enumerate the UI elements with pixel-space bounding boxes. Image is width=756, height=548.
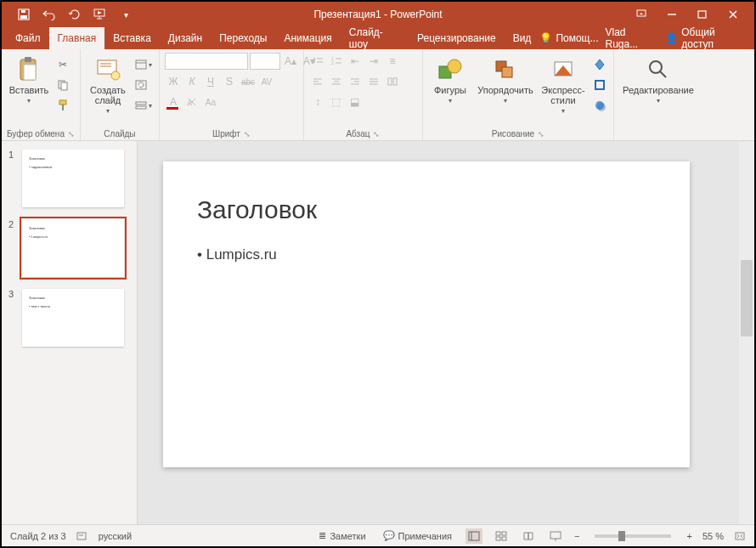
- reset-button[interactable]: [133, 76, 154, 93]
- svg-rect-51: [502, 67, 512, 77]
- align-text-icon[interactable]: ⬚: [328, 93, 345, 110]
- zoom-handle[interactable]: [618, 531, 625, 541]
- slide-thumbnail-selected[interactable]: Заголовок • Lumpics.ru: [22, 219, 124, 277]
- char-spacing-button[interactable]: AV: [258, 73, 275, 90]
- dialog-launcher-icon[interactable]: ⤡: [68, 130, 75, 138]
- thumb-number: 2: [8, 219, 17, 229]
- language-label[interactable]: русский: [99, 531, 132, 541]
- section-button[interactable]: ▾: [133, 97, 154, 114]
- slideshow-view-icon[interactable]: [547, 528, 564, 544]
- italic-button[interactable]: К: [183, 73, 200, 90]
- slide-canvas-area[interactable]: Заголовок Lumpics.ru: [138, 141, 754, 524]
- sorter-view-icon[interactable]: [493, 528, 510, 544]
- dialog-launcher-icon[interactable]: ⤡: [244, 130, 251, 138]
- tab-animations[interactable]: Анимация: [275, 27, 340, 49]
- format-painter-button[interactable]: [54, 97, 71, 114]
- tab-insert[interactable]: Вставка: [104, 27, 160, 49]
- layout-button[interactable]: ▾: [133, 56, 154, 73]
- undo-icon[interactable]: [42, 8, 56, 21]
- normal-view-icon[interactable]: [465, 528, 482, 544]
- slide-content-placeholder[interactable]: Lumpics.ru: [197, 246, 277, 263]
- thumb-title: Заголовок: [29, 296, 45, 300]
- slide-thumbnail[interactable]: Заголовок • текст текста: [22, 289, 124, 347]
- zoom-out-button[interactable]: −: [574, 531, 579, 541]
- fit-to-window-icon[interactable]: [734, 531, 746, 541]
- numbering-icon[interactable]: 12: [328, 53, 345, 70]
- align-left-icon[interactable]: [309, 73, 326, 90]
- maximize-icon[interactable]: [697, 8, 708, 20]
- slide-thumbnail[interactable]: Заголовок • подзаголовок: [22, 150, 124, 207]
- shape-outline-icon[interactable]: [591, 76, 608, 93]
- underline-button[interactable]: Ч: [202, 73, 219, 90]
- decrease-indent-icon[interactable]: ⇤: [347, 53, 364, 70]
- font-size-combo[interactable]: [250, 53, 280, 70]
- change-case-button[interactable]: Aa: [202, 93, 219, 110]
- tab-review[interactable]: Рецензирование: [409, 27, 505, 49]
- thumbnail-row[interactable]: 3 Заголовок • текст текста: [8, 289, 130, 347]
- ribbon-options-icon[interactable]: [635, 8, 647, 20]
- qat-customize-icon[interactable]: ▾: [119, 8, 133, 21]
- clear-format-icon[interactable]: A: [183, 93, 200, 110]
- slide-canvas[interactable]: Заголовок Lumpics.ru: [163, 161, 690, 467]
- comments-button[interactable]: 💬Примечания: [380, 530, 456, 541]
- copy-button[interactable]: [54, 76, 71, 93]
- increase-indent-icon[interactable]: ⇥: [365, 53, 382, 70]
- slide-counter[interactable]: Слайд 2 из 3: [10, 531, 66, 541]
- share-button[interactable]: 👤Общий доступ: [665, 26, 746, 50]
- bold-button[interactable]: Ж: [165, 73, 182, 90]
- increase-font-icon[interactable]: A▴: [282, 53, 299, 70]
- new-slide-button[interactable]: Создать слайд ▾: [86, 53, 130, 115]
- save-icon[interactable]: [17, 8, 31, 21]
- zoom-slider[interactable]: [595, 534, 671, 538]
- quick-styles-button[interactable]: Экспресс- стили ▾: [539, 53, 588, 115]
- strike-button[interactable]: abc: [240, 73, 257, 90]
- font-family-combo[interactable]: [165, 53, 248, 70]
- tab-view[interactable]: Вид: [505, 27, 540, 49]
- dialog-launcher-icon[interactable]: ⤡: [538, 130, 544, 138]
- arrange-button[interactable]: Упорядочить ▾: [476, 53, 535, 105]
- tab-transitions[interactable]: Переходы: [211, 27, 275, 49]
- tell-me[interactable]: 💡Помощ...: [539, 32, 598, 44]
- editing-button[interactable]: Редактирование ▾: [619, 53, 697, 105]
- tab-home[interactable]: Главная: [49, 27, 105, 49]
- minimize-icon[interactable]: [666, 8, 678, 20]
- notes-button[interactable]: ≣Заметки: [315, 530, 369, 541]
- tab-design[interactable]: Дизайн: [160, 27, 211, 49]
- paste-button[interactable]: Вставить ▾: [7, 53, 51, 105]
- align-center-icon[interactable]: [328, 73, 345, 90]
- smartart-icon[interactable]: ⬓: [347, 93, 364, 110]
- shape-fill-icon[interactable]: [591, 56, 608, 73]
- text-direction-icon[interactable]: ↕: [309, 93, 326, 110]
- dialog-launcher-icon[interactable]: ⤡: [373, 130, 380, 138]
- tab-file[interactable]: Файл: [7, 27, 49, 49]
- align-right-icon[interactable]: [347, 73, 364, 90]
- bullets-icon[interactable]: [309, 53, 326, 70]
- close-icon[interactable]: [727, 8, 739, 20]
- zoom-in-button[interactable]: +: [686, 531, 691, 541]
- justify-icon[interactable]: [365, 73, 382, 90]
- svg-line-57: [660, 71, 666, 77]
- slide-title-placeholder[interactable]: Заголовок: [197, 195, 317, 224]
- tab-slideshow[interactable]: Слайд-шоу: [341, 27, 409, 49]
- line-spacing-icon[interactable]: ≡: [384, 53, 401, 70]
- shadow-button[interactable]: S: [221, 73, 238, 90]
- svg-rect-53: [595, 81, 604, 89]
- columns-icon[interactable]: [384, 73, 401, 90]
- chevron-down-icon: ▾: [504, 97, 507, 105]
- shapes-button[interactable]: Фигуры ▾: [428, 53, 472, 105]
- account-user[interactable]: Vlad Ruga...: [605, 26, 658, 50]
- thumbnail-row[interactable]: 2 Заголовок • Lumpics.ru: [8, 219, 130, 277]
- scroll-thumb[interactable]: [741, 260, 753, 336]
- zoom-level[interactable]: 55 %: [702, 531, 724, 541]
- shape-effects-icon[interactable]: [591, 97, 608, 114]
- cut-button[interactable]: ✂: [54, 56, 71, 73]
- spellcheck-icon[interactable]: [76, 531, 88, 541]
- status-bar: Слайд 2 из 3 русский ≣Заметки 💬Примечани…: [2, 524, 754, 546]
- redo-icon[interactable]: [68, 8, 82, 21]
- vertical-scrollbar[interactable]: [739, 141, 754, 524]
- reading-view-icon[interactable]: [520, 528, 537, 544]
- shapes-label: Фигуры: [434, 85, 466, 95]
- thumbnail-row[interactable]: 1 Заголовок • подзаголовок: [8, 150, 130, 207]
- font-color-button[interactable]: A: [165, 93, 182, 110]
- start-from-beginning-icon[interactable]: [93, 8, 107, 21]
